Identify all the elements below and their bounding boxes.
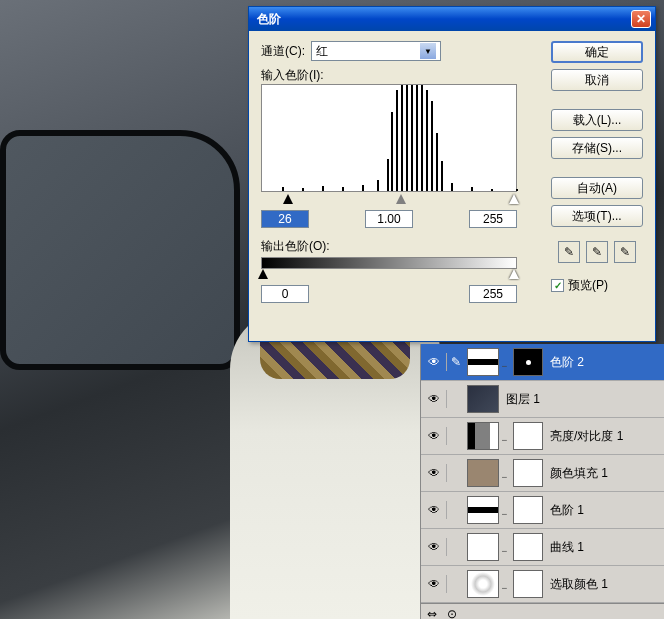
eyedropper-black[interactable]: ✎: [558, 241, 580, 263]
save-button[interactable]: 存储(S)...: [551, 137, 643, 159]
layer-thumb[interactable]: [467, 348, 499, 376]
load-button[interactable]: 载入(L)...: [551, 109, 643, 131]
layer-active-col: [446, 575, 464, 593]
visibility-toggle[interactable]: 👁: [425, 575, 443, 593]
layer-active-col: [446, 538, 464, 556]
visibility-toggle[interactable]: 👁: [425, 538, 443, 556]
output-levels-label: 输出色阶(O):: [261, 238, 541, 255]
eye-icon: 👁: [428, 540, 440, 554]
eyedropper-white[interactable]: ✎: [614, 241, 636, 263]
layer-name-label[interactable]: 颜色填充 1: [546, 465, 660, 482]
layer-name-label[interactable]: 图层 1: [502, 391, 660, 408]
output-gradient: [261, 257, 517, 269]
bg-car-window: [0, 130, 240, 370]
layer-row[interactable]: 👁⎯色阶 1: [421, 492, 664, 529]
layer-mask-thumb[interactable]: [513, 348, 543, 376]
eye-icon: 👁: [428, 355, 440, 369]
layer-row[interactable]: 👁✎⎯色阶 2: [421, 344, 664, 381]
input-white-field[interactable]: [469, 210, 517, 228]
eyedropper-icon: ✎: [620, 245, 630, 259]
layer-active-col: [446, 427, 464, 445]
layer-name-label[interactable]: 选取颜色 1: [546, 576, 660, 593]
layer-fx-icon[interactable]: ⊙: [447, 607, 457, 620]
eye-icon: 👁: [428, 429, 440, 443]
channel-select[interactable]: 红 ▼: [311, 41, 441, 61]
layer-active-col: [446, 464, 464, 482]
layer-active-col: [446, 501, 464, 519]
output-slider-track[interactable]: [261, 269, 517, 283]
layer-thumb[interactable]: [467, 496, 499, 524]
eyedropper-icon: ✎: [564, 245, 574, 259]
link-icon: ⎯: [502, 469, 510, 478]
layer-thumb[interactable]: [467, 533, 499, 561]
output-white-field[interactable]: [469, 285, 517, 303]
layer-mask-thumb[interactable]: [513, 496, 543, 524]
input-slider-track[interactable]: [261, 194, 517, 208]
visibility-toggle[interactable]: 👁: [425, 353, 443, 371]
ok-button[interactable]: 确定: [551, 41, 643, 63]
eye-icon: 👁: [428, 503, 440, 517]
layer-mask-thumb[interactable]: [513, 459, 543, 487]
visibility-toggle[interactable]: 👁: [425, 501, 443, 519]
layer-row[interactable]: 👁图层 1: [421, 381, 664, 418]
link-icon: ⎯: [502, 543, 510, 552]
layer-active-col: [446, 390, 464, 408]
eye-icon: 👁: [428, 577, 440, 591]
eyedropper-icon: ✎: [592, 245, 602, 259]
gamma-slider[interactable]: [396, 194, 406, 204]
eyedropper-gray[interactable]: ✎: [586, 241, 608, 263]
output-black-field[interactable]: [261, 285, 309, 303]
layers-footer: ⇔ ⊙: [421, 603, 664, 619]
input-black-field[interactable]: [261, 210, 309, 228]
cancel-button[interactable]: 取消: [551, 69, 643, 91]
output-white-slider[interactable]: [509, 269, 519, 279]
layer-row[interactable]: 👁⎯曲线 1: [421, 529, 664, 566]
eye-icon: 👁: [428, 392, 440, 406]
layer-thumb[interactable]: [467, 459, 499, 487]
dialog-titlebar[interactable]: 色阶 ✕: [249, 7, 655, 31]
input-gamma-field[interactable]: [365, 210, 413, 228]
link-icon: ⎯: [502, 358, 510, 367]
layer-name-label[interactable]: 亮度/对比度 1: [546, 428, 660, 445]
options-button[interactable]: 选项(T)...: [551, 205, 643, 227]
layer-row[interactable]: 👁⎯颜色填充 1: [421, 455, 664, 492]
layer-name-label[interactable]: 色阶 2: [546, 354, 660, 371]
close-icon: ✕: [636, 12, 646, 26]
layer-thumb[interactable]: [467, 385, 499, 413]
layer-mask-thumb[interactable]: [513, 570, 543, 598]
layer-mask-thumb[interactable]: [513, 422, 543, 450]
chevron-down-icon: ▼: [420, 43, 436, 59]
layer-row[interactable]: 👁⎯选取颜色 1: [421, 566, 664, 603]
layer-thumb[interactable]: [467, 422, 499, 450]
close-button[interactable]: ✕: [631, 10, 651, 28]
layer-active-col: ✎: [446, 353, 464, 371]
layer-name-label[interactable]: 曲线 1: [546, 539, 660, 556]
channel-label: 通道(C):: [261, 43, 305, 60]
channel-value: 红: [316, 43, 328, 60]
eye-icon: 👁: [428, 466, 440, 480]
dialog-title: 色阶: [253, 11, 631, 28]
preview-checkbox[interactable]: ✓: [551, 279, 564, 292]
layer-row[interactable]: 👁⎯亮度/对比度 1: [421, 418, 664, 455]
layers-panel: 👁✎⎯色阶 2👁图层 1👁⎯亮度/对比度 1👁⎯颜色填充 1👁⎯色阶 1👁⎯曲线…: [420, 344, 664, 619]
preview-label: 预览(P): [568, 277, 608, 294]
white-point-slider[interactable]: [509, 194, 519, 204]
levels-dialog: 色阶 ✕ 通道(C): 红 ▼ 输入色阶(I):: [248, 6, 656, 342]
visibility-toggle[interactable]: 👁: [425, 390, 443, 408]
input-levels-label: 输入色阶(I):: [261, 67, 541, 84]
visibility-toggle[interactable]: 👁: [425, 427, 443, 445]
link-icon: ⎯: [502, 432, 510, 441]
layer-thumb[interactable]: [467, 570, 499, 598]
black-point-slider[interactable]: [283, 194, 293, 204]
layer-name-label[interactable]: 色阶 1: [546, 502, 660, 519]
layer-mask-thumb[interactable]: [513, 533, 543, 561]
link-icon: ⎯: [502, 506, 510, 515]
visibility-toggle[interactable]: 👁: [425, 464, 443, 482]
brush-icon: ✎: [451, 355, 461, 369]
auto-button[interactable]: 自动(A): [551, 177, 643, 199]
output-black-slider[interactable]: [258, 269, 268, 279]
histogram-chart: [261, 84, 517, 192]
link-layers-icon[interactable]: ⇔: [427, 607, 437, 620]
link-icon: ⎯: [502, 580, 510, 589]
